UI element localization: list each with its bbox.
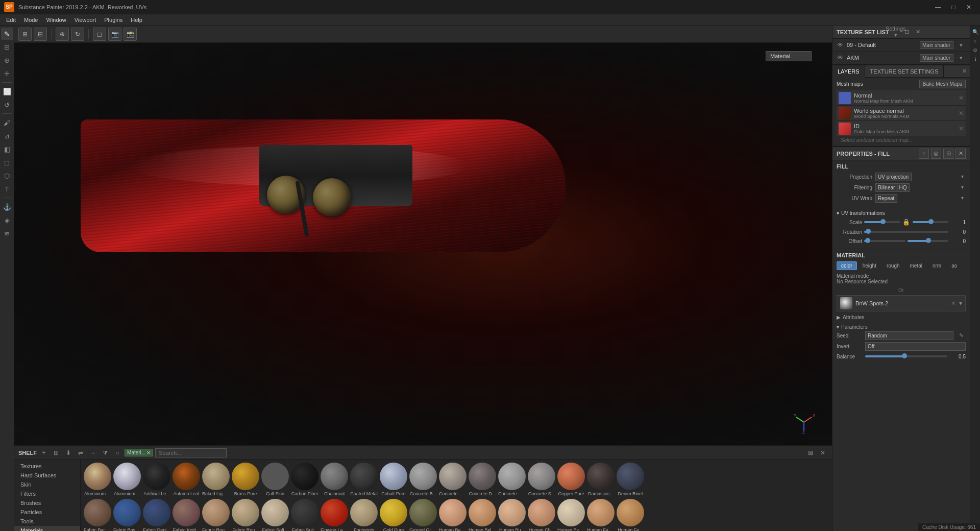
shelf-nav-brushes[interactable]: Brushes xyxy=(14,498,80,508)
mat-item-Human_Bell...[interactable]: Human Bell... xyxy=(468,498,497,531)
tool-anchor[interactable]: ⚓ xyxy=(1,201,13,213)
tab-layers[interactable]: LAYERS xyxy=(832,65,865,78)
mm-bake-btn[interactable]: Bake Mesh Maps xyxy=(919,80,966,88)
mat-tab-height[interactable]: height xyxy=(858,261,881,270)
tool-eraser[interactable]: ◻ xyxy=(1,156,13,168)
uv-rotation-thumb[interactable] xyxy=(866,229,871,234)
mat-item-Calf_Skin[interactable]: Calf Skin xyxy=(260,462,290,498)
menu-help[interactable]: Help xyxy=(127,16,146,24)
shelf-nav-particles[interactable]: Particles xyxy=(14,508,80,517)
vp-layout-btn[interactable]: ⊟ xyxy=(34,28,47,41)
shelf-circle-btn[interactable]: ○ xyxy=(112,448,122,458)
rib-search[interactable]: 🔍 xyxy=(971,28,979,36)
mat-item-Concrete_B...[interactable]: Concrete B... xyxy=(408,462,438,498)
shelf-nav-materials[interactable]: Materials xyxy=(14,526,80,531)
rib-info[interactable]: ℹ xyxy=(971,55,979,63)
mat-item-Baked_Light...[interactable]: Baked Light... xyxy=(201,462,231,498)
mm-select-ao[interactable]: Select ambient occlusion map... xyxy=(837,136,966,144)
mm-close-1[interactable]: ✕ xyxy=(959,94,964,102)
attributes-title[interactable]: ▶ Attributes xyxy=(837,313,966,321)
vp-move-btn[interactable]: ⊕ xyxy=(56,28,69,41)
mat-item-Fabric_Rou...[interactable]: Fabric Rou... xyxy=(231,498,260,531)
param-invert-value[interactable] xyxy=(865,342,966,351)
shelf-connect-btn[interactable]: ⇌ xyxy=(76,448,86,458)
uv-scale-thumb-2[interactable] xyxy=(928,219,934,224)
mat-item-Human_Ch...[interactable]: Human Ch... xyxy=(527,498,556,531)
tool-brush[interactable]: 🖌 xyxy=(1,116,13,129)
uv-offset-thumb-2[interactable] xyxy=(926,238,931,243)
material-mode-select[interactable]: Material Base Color Roughness Metallic N… xyxy=(766,51,812,61)
tool-polygon[interactable]: ⬡ xyxy=(1,170,13,182)
layers-close-btn[interactable]: ✕ xyxy=(959,68,970,75)
mat-item-Flowing_Lav...[interactable]: Flowing Lav... xyxy=(320,498,349,531)
tool-reset[interactable]: ↺ xyxy=(1,99,13,111)
base-color-arrow-btn[interactable]: ▾ xyxy=(959,300,962,307)
mat-item-Carbon_Fiber[interactable]: Carbon Fiber xyxy=(290,462,320,498)
param-seed-edit-btn[interactable]: ✎ xyxy=(957,331,966,340)
prop-icon-layers[interactable]: ≡ xyxy=(919,149,929,159)
shelf-nav-tools[interactable]: Tools xyxy=(14,517,80,526)
vp-screenshot-btn[interactable]: 📸 xyxy=(124,28,137,41)
mat-item-Concrete_D...[interactable]: Concrete D... xyxy=(468,462,497,498)
mat-item-Gold_Pure[interactable]: Gold Pure xyxy=(379,498,408,531)
shelf-import-btn[interactable]: ⬇ xyxy=(63,448,74,458)
rib-settings[interactable]: ⚙ xyxy=(971,46,979,54)
vp-rotate-btn[interactable]: ↻ xyxy=(71,28,84,41)
shelf-nav-textures[interactable]: Textures xyxy=(14,462,80,471)
mat-item-Cobalt_Pure[interactable]: Cobalt Pure xyxy=(379,462,408,498)
tool-smear[interactable]: ≋ xyxy=(1,227,13,239)
param-balance-thumb[interactable] xyxy=(902,353,907,358)
prop-close[interactable]: ✕ xyxy=(955,149,966,159)
mat-item-Autumn_Leaf[interactable]: Autumn Leaf xyxy=(172,462,201,498)
uv-offset-slider-1[interactable] xyxy=(864,237,905,245)
uv-scale-thumb-1[interactable] xyxy=(880,219,886,224)
param-seed-value[interactable] xyxy=(865,331,953,340)
shelf-add-btn[interactable]: + xyxy=(39,448,49,458)
tool-grid[interactable]: ⊞ xyxy=(1,41,13,53)
mat-item-Human_Fe...[interactable]: Human Fe... xyxy=(616,498,645,531)
mat-item-Aluminium_...[interactable]: Aluminium ... xyxy=(112,462,142,498)
mat-item-Concrete_Cl...[interactable]: Concrete Cl... xyxy=(438,462,468,498)
tsl-eye-2[interactable]: 👁 xyxy=(837,54,844,61)
uv-offset-slider-2[interactable] xyxy=(908,237,949,245)
tab-texture-set-settings[interactable]: TEXTURE SET SETTINGS xyxy=(865,65,944,78)
close-button[interactable]: ✕ xyxy=(962,2,976,12)
tool-stamp[interactable]: ◈ xyxy=(1,214,13,226)
mm-close-3[interactable]: ✕ xyxy=(959,125,964,132)
prop-expand[interactable]: ⊡ xyxy=(943,149,953,159)
filter-tag-close[interactable]: ✕ xyxy=(146,450,151,455)
viewport[interactable]: Material Base Color Roughness Metallic N… xyxy=(14,43,832,445)
tsl-shader-arrow-1[interactable]: ▾ xyxy=(957,40,966,50)
shelf-search-input[interactable] xyxy=(155,448,227,457)
tool-new[interactable]: ⬜ xyxy=(1,85,13,98)
uv-lock-btn[interactable]: 🔒 xyxy=(902,218,911,226)
shelf-arrow-btn[interactable]: → xyxy=(88,448,98,458)
prop-icon-circle[interactable]: ◎ xyxy=(931,149,941,159)
mat-item-Fabric_Suit...[interactable]: Fabric Suit... xyxy=(290,498,320,531)
mat-item-Concrete_S...[interactable]: Concrete S... xyxy=(527,462,556,498)
shelf-expand-btn[interactable]: ⊠ xyxy=(805,448,816,458)
vp-grid-btn[interactable]: ⊞ xyxy=(18,28,32,41)
mat-item-Copper_Pure[interactable]: Copper Pure xyxy=(556,462,586,498)
tsl-close-btn[interactable]: ✕ xyxy=(914,28,923,37)
shelf-nav-skin[interactable]: Skin xyxy=(14,480,80,489)
parameters-title[interactable]: ▾ Parameters xyxy=(837,323,966,331)
mat-item-Aluminium_...[interactable]: Aluminium ... xyxy=(83,462,112,498)
tool-fill[interactable]: ◧ xyxy=(1,143,13,155)
tsl-expand-btn[interactable]: ⊡ xyxy=(902,28,912,37)
fill-select-projection[interactable]: UV projection xyxy=(875,173,912,181)
vp-camera-btn[interactable]: 📷 xyxy=(108,28,121,41)
uv-offset-thumb-1[interactable] xyxy=(865,238,870,243)
mat-item-Artificial_Le...[interactable]: Artificial Le... xyxy=(142,462,172,498)
mat-item-Concrete_Si...[interactable]: Concrete Si... xyxy=(497,462,527,498)
mat-item-Fabric_Rough[interactable]: Fabric Rough xyxy=(201,498,231,531)
mat-tab-rough[interactable]: rough xyxy=(882,261,904,270)
maximize-button[interactable]: □ xyxy=(946,2,961,12)
mat-item-Human_Eye...[interactable]: Human Eye... xyxy=(556,498,586,531)
tsl-shader-arrow-2[interactable]: ▾ xyxy=(957,53,966,62)
tool-transform[interactable]: ⊕ xyxy=(1,54,13,66)
minimize-button[interactable]: — xyxy=(931,2,945,12)
mat-item-Human_Bu...[interactable]: Human Bu... xyxy=(497,498,527,531)
menu-edit[interactable]: Edit xyxy=(2,16,20,24)
shelf-nav-filters[interactable]: Filters xyxy=(14,489,80,498)
